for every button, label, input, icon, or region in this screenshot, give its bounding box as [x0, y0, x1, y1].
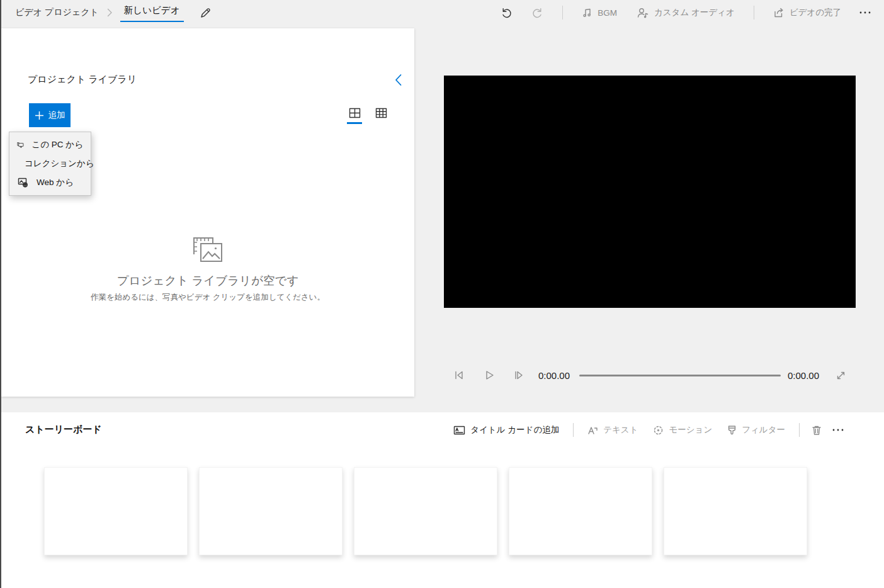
chevron-left-icon: [394, 74, 402, 86]
add-title-card-button[interactable]: タイトル カードの追加: [446, 421, 567, 439]
storyboard-placeholder[interactable]: [354, 467, 497, 555]
play-button[interactable]: [482, 368, 496, 382]
storyboard-placeholders: [44, 467, 807, 555]
fullscreen-button[interactable]: [834, 368, 847, 382]
filter-button[interactable]: フィルター: [720, 421, 793, 439]
storyboard-title: ストーリーボード: [25, 424, 102, 436]
storyboard-toolbar: タイトル カードの追加 テキスト モーション フィルター: [446, 419, 849, 441]
ellipsis-icon: [832, 428, 844, 432]
trash-icon: [812, 425, 822, 436]
add-title-card-label: タイトル カードの追加: [470, 424, 559, 436]
project-library-panel: プロジェクト ライブラリ 追加 この PC から コレクションから: [1, 28, 414, 397]
menu-item-from-web[interactable]: Web から: [9, 173, 91, 192]
project-title[interactable]: 新しいビデオ: [120, 3, 184, 22]
breadcrumb-video-projects[interactable]: ビデオ プロジェクト: [15, 7, 99, 18]
play-icon: [484, 370, 495, 381]
total-time: 0:00.00: [788, 370, 819, 381]
next-frame-button[interactable]: [512, 368, 526, 382]
add-button-label: 追加: [48, 110, 65, 121]
menu-item-label: コレクションから: [25, 158, 94, 169]
library-title: プロジェクト ライブラリ: [28, 74, 137, 86]
seek-bar[interactable]: [579, 375, 781, 376]
music-note-icon: [582, 8, 592, 18]
grid-2x2-icon: [349, 108, 361, 118]
text-icon: [587, 426, 598, 435]
custom-audio-button[interactable]: カスタム オーディオ: [630, 3, 742, 22]
add-button[interactable]: 追加: [29, 103, 71, 127]
storyboard-placeholder[interactable]: [44, 467, 188, 555]
motion-label: モーション: [669, 424, 712, 436]
empty-state-subtitle: 作業を始めるには、写真やビデオ クリップを追加してください。: [1, 292, 414, 303]
library-empty-state: プロジェクト ライブラリが空です 作業を始めるには、写真やビデオ クリップを追加…: [1, 236, 414, 303]
finish-video-button[interactable]: ビデオの完了: [766, 3, 849, 22]
delete-button[interactable]: [806, 421, 827, 439]
frame-back-icon: [453, 370, 465, 381]
elapsed-time: 0:00.00: [538, 370, 570, 381]
video-preview[interactable]: [444, 76, 856, 308]
collapse-panel-button[interactable]: [390, 72, 405, 88]
toolbar-separator: [754, 6, 754, 20]
small-grid-view-button[interactable]: [374, 108, 388, 124]
menu-item-label: Web から: [37, 177, 74, 188]
bgm-button[interactable]: BGM: [574, 4, 625, 22]
breadcrumb: ビデオ プロジェクト 新しいビデオ: [15, 0, 211, 25]
custom-audio-label: カスタム オーディオ: [654, 7, 735, 18]
previous-frame-button[interactable]: [452, 368, 466, 382]
menu-item-from-this-pc[interactable]: この PC から: [9, 135, 91, 154]
chevron-right-icon: [106, 8, 113, 17]
toolbar-separator: [562, 6, 563, 20]
rename-pencil-icon[interactable]: [200, 8, 211, 18]
undo-button[interactable]: [493, 3, 519, 22]
view-toggles: [348, 108, 388, 124]
large-grid-view-button[interactable]: [348, 108, 361, 124]
video-editor-window: ビデオ プロジェクト 新しいビデオ BGM カスタム オー: [0, 0, 884, 588]
storyboard-placeholder[interactable]: [509, 467, 652, 555]
add-dropdown-menu: この PC から コレクションから Web から: [9, 132, 91, 196]
web-globe-icon: [17, 178, 29, 188]
empty-library-icon: [192, 236, 224, 266]
storyboard-section: ストーリーボード タイトル カードの追加 テキスト モーション フィルター: [0, 412, 884, 588]
expand-icon: [836, 370, 846, 381]
filter-icon: [727, 425, 737, 435]
text-label: テキスト: [603, 424, 638, 436]
window-left-border: [0, 0, 1, 588]
more-options-button[interactable]: [854, 7, 876, 18]
menu-item-from-collection[interactable]: コレクションから: [9, 154, 91, 173]
toolbar-separator: [573, 423, 574, 437]
toolbar-separator: [799, 423, 800, 437]
empty-state-title: プロジェクト ライブラリが空です: [1, 273, 414, 288]
share-icon: [773, 8, 785, 18]
bgm-label: BGM: [598, 8, 617, 18]
motion-button[interactable]: モーション: [645, 421, 720, 439]
menu-item-label: この PC から: [31, 139, 83, 150]
finish-video-label: ビデオの完了: [790, 7, 841, 18]
titlebar-actions: BGM カスタム オーディオ ビデオの完了: [493, 0, 876, 25]
grid-4x4-icon: [375, 108, 387, 118]
storyboard-more-button[interactable]: [827, 421, 849, 439]
plus-icon: [35, 111, 44, 120]
storyboard-placeholder[interactable]: [664, 467, 807, 555]
title-card-icon: [453, 426, 465, 435]
frame-forward-icon: [513, 370, 524, 381]
storyboard-placeholder[interactable]: [199, 467, 343, 555]
redo-button[interactable]: [524, 3, 551, 22]
person-audio-icon: [637, 8, 649, 18]
title-bar: ビデオ プロジェクト 新しいビデオ BGM カスタム オー: [1, 0, 884, 25]
pc-icon: [17, 140, 24, 150]
motion-icon: [653, 425, 664, 436]
ellipsis-icon: [859, 11, 871, 14]
text-button[interactable]: テキスト: [580, 421, 645, 439]
preview-player: 0:00.00 0:00.00: [414, 25, 884, 397]
filter-label: フィルター: [742, 424, 785, 436]
